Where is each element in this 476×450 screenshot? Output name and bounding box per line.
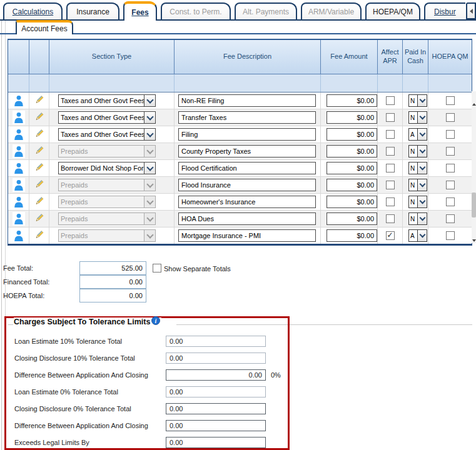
tolerance-field-input[interactable]: 0.00 bbox=[166, 336, 266, 347]
person-icon-button[interactable] bbox=[13, 212, 25, 226]
grid-vertical-scrollbar[interactable] bbox=[472, 91, 476, 243]
paid-in-cash-select[interactable]: N bbox=[408, 196, 427, 208]
person-icon-button[interactable] bbox=[13, 128, 25, 141]
person-icon-button[interactable] bbox=[13, 229, 25, 242]
tab-hoepa-qm[interactable]: HOEPA/QM bbox=[365, 2, 420, 19]
edit-pencil-button[interactable] bbox=[34, 213, 44, 224]
fee-amount-input[interactable]: $0.00 bbox=[327, 145, 377, 158]
hoepa-qm-checkbox[interactable] bbox=[446, 181, 455, 189]
header-paid-in-cash[interactable]: Paid In Cash bbox=[403, 40, 428, 74]
affect-apr-checkbox[interactable] bbox=[386, 147, 395, 156]
fee-description-input[interactable]: Transfer Taxes bbox=[178, 111, 316, 124]
paid-in-cash-select[interactable]: A bbox=[408, 128, 427, 141]
chevron-down-icon[interactable] bbox=[144, 196, 155, 208]
fee-amount-input[interactable]: $0.00 bbox=[327, 111, 377, 124]
fee-description-input[interactable]: Non-RE Filing bbox=[178, 94, 316, 107]
tolerance-field-input[interactable]: 0.00 bbox=[166, 420, 266, 431]
fee-amount-input[interactable]: $0.00 bbox=[327, 196, 377, 208]
chevron-down-icon[interactable] bbox=[144, 162, 155, 174]
fee-description-input[interactable]: Flood Insurance bbox=[178, 179, 316, 191]
hoepa-qm-checkbox[interactable] bbox=[446, 147, 455, 156]
hoepa-qm-checkbox[interactable] bbox=[446, 130, 455, 139]
affect-apr-checkbox[interactable] bbox=[386, 96, 395, 105]
affect-apr-checkbox[interactable] bbox=[386, 130, 395, 139]
edit-pencil-button[interactable] bbox=[34, 196, 44, 208]
edit-pencil-button[interactable] bbox=[34, 95, 44, 106]
filter-section-type[interactable] bbox=[49, 74, 175, 92]
info-icon[interactable]: i bbox=[151, 316, 160, 325]
filter-paid-in-cash[interactable] bbox=[403, 74, 428, 92]
edit-pencil-button[interactable] bbox=[34, 162, 44, 174]
person-icon-button[interactable] bbox=[13, 111, 25, 124]
person-icon-button[interactable] bbox=[13, 195, 25, 209]
section-type-select[interactable]: Taxes and Other Govt Fees bbox=[58, 128, 156, 141]
affect-apr-checkbox[interactable] bbox=[386, 214, 395, 223]
section-type-select[interactable]: Borrower Did Not Shop For bbox=[58, 162, 156, 174]
header-hoepa-qm[interactable]: HOEPA QM bbox=[428, 40, 472, 74]
hoepa-qm-checkbox[interactable] bbox=[446, 164, 455, 172]
filter-fee-amount[interactable] bbox=[321, 74, 378, 92]
tab-alt-payments[interactable]: Alt. Payments bbox=[235, 2, 297, 19]
chevron-down-icon[interactable] bbox=[144, 230, 155, 241]
paid-in-cash-select[interactable]: N bbox=[408, 179, 427, 191]
tab-scroll-left-button[interactable] bbox=[466, 2, 476, 19]
edit-pencil-button[interactable] bbox=[34, 112, 44, 123]
header-section-type[interactable]: Section Type bbox=[49, 40, 175, 74]
tolerance-field-input[interactable]: 0.00 bbox=[166, 369, 266, 381]
hoepa-qm-checkbox[interactable] bbox=[446, 113, 455, 122]
header-fee-description[interactable]: Fee Description bbox=[175, 40, 321, 74]
hoepa-qm-checkbox[interactable] bbox=[446, 96, 455, 105]
chevron-down-icon[interactable] bbox=[144, 129, 155, 140]
scrollbar-thumb[interactable] bbox=[472, 192, 476, 218]
paid-in-cash-select[interactable]: A bbox=[408, 229, 427, 242]
tab-const-to-perm[interactable]: Const. to Perm. bbox=[161, 2, 231, 19]
tab-disbursements[interactable]: Disbur bbox=[424, 2, 465, 19]
fee-description-input[interactable]: HOA Dues bbox=[178, 212, 316, 225]
section-type-select[interactable]: Prepaids bbox=[58, 179, 156, 191]
show-separate-totals-checkbox[interactable] bbox=[153, 264, 161, 272]
fee-description-input[interactable]: Flood Certification bbox=[178, 162, 316, 174]
section-type-select[interactable]: Taxes and Other Govt Fees bbox=[58, 111, 156, 124]
header-affect-apr[interactable]: Affect APR bbox=[378, 40, 403, 74]
scrollbar-up-icon[interactable] bbox=[472, 101, 476, 107]
person-icon-button[interactable] bbox=[13, 161, 25, 175]
paid-in-cash-select[interactable]: N bbox=[408, 162, 427, 174]
affect-apr-checkbox[interactable] bbox=[386, 231, 395, 240]
chevron-down-icon[interactable] bbox=[417, 112, 427, 123]
affect-apr-checkbox[interactable] bbox=[386, 198, 395, 206]
fee-amount-input[interactable]: $0.00 bbox=[327, 229, 377, 242]
hoepa-total-value[interactable]: 0.00 bbox=[79, 289, 146, 302]
fee-description-input[interactable]: Homeowner's Insurance bbox=[178, 196, 316, 208]
chevron-down-icon[interactable] bbox=[417, 95, 427, 106]
fee-amount-input[interactable]: $0.00 bbox=[327, 94, 377, 107]
chevron-down-icon[interactable] bbox=[417, 162, 427, 174]
hoepa-qm-checkbox[interactable] bbox=[446, 214, 455, 223]
tolerance-field-input[interactable]: 0.00 bbox=[166, 437, 266, 448]
tab-insurance[interactable]: Insurance bbox=[66, 2, 119, 19]
hoepa-qm-checkbox[interactable] bbox=[446, 231, 455, 240]
section-type-select[interactable]: Prepaids bbox=[58, 196, 156, 208]
section-type-select[interactable]: Prepaids bbox=[58, 229, 156, 242]
chevron-down-icon[interactable] bbox=[144, 179, 155, 191]
chevron-down-icon[interactable] bbox=[417, 230, 427, 241]
tab-arm-variable[interactable]: ARM/Variable bbox=[301, 2, 362, 19]
chevron-down-icon[interactable] bbox=[417, 213, 427, 224]
person-icon-button[interactable] bbox=[13, 94, 25, 108]
section-type-select[interactable]: Prepaids bbox=[58, 145, 156, 158]
edit-pencil-button[interactable] bbox=[34, 179, 44, 191]
financed-total-value[interactable]: 0.00 bbox=[79, 275, 146, 289]
section-type-select[interactable]: Taxes and Other Govt Fees bbox=[58, 94, 156, 107]
chevron-down-icon[interactable] bbox=[417, 196, 427, 208]
tolerance-field-input[interactable]: 0.00 bbox=[166, 352, 266, 364]
tolerance-field-input[interactable]: 0.00 bbox=[166, 403, 266, 414]
chevron-down-icon[interactable] bbox=[144, 95, 155, 106]
subtab-account-fees[interactable]: Account Fees bbox=[16, 20, 73, 34]
person-icon-button[interactable] bbox=[13, 144, 25, 158]
chevron-down-icon[interactable] bbox=[144, 146, 155, 157]
tolerance-field-input[interactable]: 0.00 bbox=[166, 386, 266, 398]
fee-amount-input[interactable]: $0.00 bbox=[327, 162, 377, 174]
fee-description-input[interactable]: Filing bbox=[178, 128, 316, 141]
fee-total-value[interactable]: 525.00 bbox=[79, 261, 146, 275]
paid-in-cash-select[interactable]: N bbox=[408, 94, 427, 107]
filter-fee-description[interactable] bbox=[175, 74, 321, 92]
